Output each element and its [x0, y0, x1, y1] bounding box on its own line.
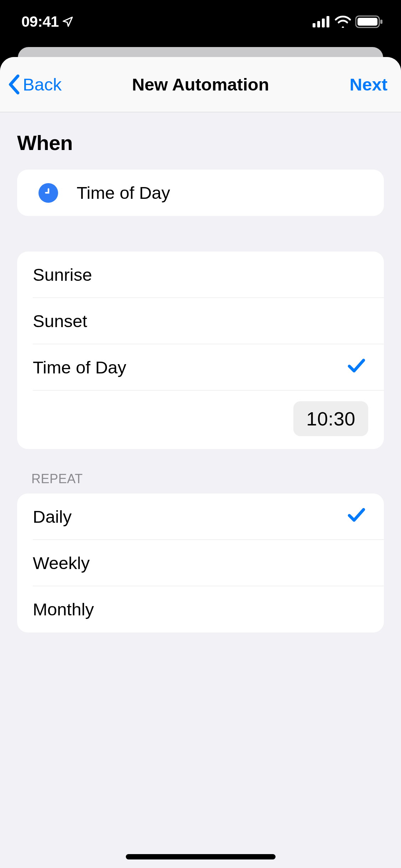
when-header-group: Time of Day [17, 170, 384, 216]
svg-rect-5 [358, 18, 377, 26]
checkmark-icon [348, 357, 365, 377]
clock-icon [38, 183, 58, 203]
option-label: Sunset [33, 311, 368, 331]
repeat-monthly[interactable]: Monthly [17, 586, 384, 632]
when-title: When [17, 131, 384, 155]
repeat-label: Monthly [33, 599, 368, 619]
repeat-group: Daily Weekly Monthly [17, 494, 384, 632]
repeat-weekly[interactable]: Weekly [17, 540, 384, 586]
when-header-label: Time of Day [77, 183, 368, 203]
option-time-of-day[interactable]: Time of Day [17, 344, 384, 391]
svg-rect-0 [313, 23, 315, 27]
repeat-label: Daily [33, 507, 348, 527]
chevron-left-icon [7, 74, 21, 94]
nav-title: New Automation [132, 74, 269, 94]
option-sunrise[interactable]: Sunrise [17, 252, 384, 298]
svg-rect-3 [327, 16, 329, 27]
repeat-header: REPEAT [31, 471, 384, 486]
home-indicator[interactable] [126, 854, 276, 859]
option-label: Sunrise [33, 265, 368, 285]
option-sunset[interactable]: Sunset [17, 298, 384, 344]
back-label: Back [23, 74, 62, 94]
repeat-label: Weekly [33, 553, 368, 573]
checkmark-icon [348, 507, 365, 527]
location-icon [62, 16, 74, 28]
time-picker[interactable]: 10:30 [293, 401, 368, 436]
nav-bar: Back New Automation Next [0, 57, 401, 112]
svg-rect-2 [322, 19, 325, 27]
svg-rect-1 [317, 21, 320, 27]
modal-sheet: Back New Automation Next When Time of Da… [0, 57, 401, 868]
status-time: 09:41 [21, 13, 59, 30]
option-label: Time of Day [33, 357, 348, 377]
cellular-icon [313, 16, 330, 27]
wifi-icon [335, 16, 351, 28]
battery-icon [355, 15, 383, 28]
status-time-area: 09:41 [21, 13, 74, 30]
status-indicators [313, 15, 383, 28]
repeat-daily[interactable]: Daily [17, 494, 384, 540]
next-button[interactable]: Next [350, 74, 387, 94]
back-button[interactable]: Back [7, 74, 62, 94]
time-options-group: Sunrise Sunset Time of Day 10:30 [17, 252, 384, 449]
svg-rect-6 [380, 20, 382, 24]
status-bar: 09:41 [0, 0, 401, 47]
time-picker-row: 10:30 [17, 391, 384, 449]
when-header-row[interactable]: Time of Day [17, 170, 384, 216]
